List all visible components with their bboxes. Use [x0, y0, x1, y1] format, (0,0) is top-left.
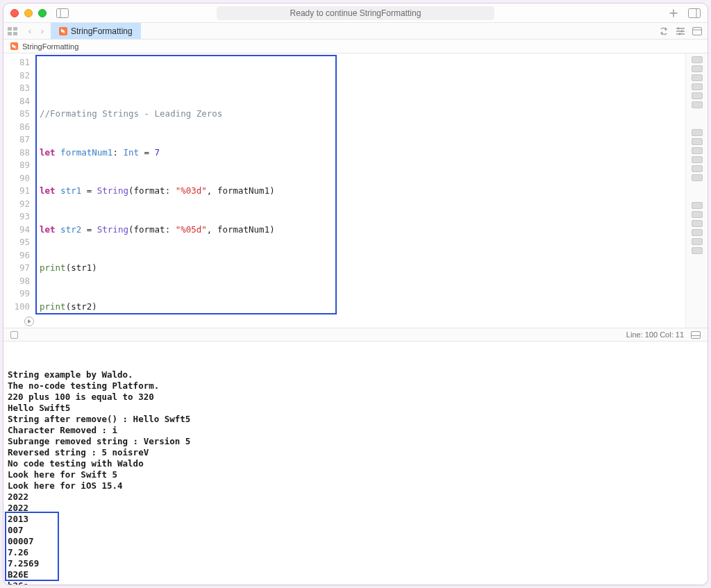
svg-rect-7: [13, 32, 17, 35]
line-number: 96: [3, 249, 30, 262]
zoom-window-button[interactable]: [38, 9, 47, 17]
editor-split-icon[interactable]: [692, 27, 702, 35]
console-line: 00007: [8, 536, 703, 547]
result-marker[interactable]: [692, 156, 703, 163]
result-marker[interactable]: [692, 211, 703, 218]
code-token: //Formating Strings - Leading Zeros: [40, 108, 222, 119]
result-marker[interactable]: [692, 101, 703, 108]
console-line: No code testing with Waldo: [8, 458, 703, 469]
nav-forward-button[interactable]: ›: [37, 26, 48, 36]
result-marker[interactable]: [692, 129, 703, 136]
line-number: 85: [3, 108, 30, 121]
cursor-position-label: Line: 100 Col: 11: [626, 330, 684, 339]
result-marker[interactable]: [692, 138, 703, 145]
line-number: 90: [3, 172, 30, 185]
line-number: 93: [3, 210, 30, 224]
console-line: 2013: [8, 514, 703, 525]
svg-rect-13: [679, 33, 680, 35]
console-line: b26e: [8, 580, 703, 585]
line-number: 82: [3, 69, 30, 83]
line-number: 98: [3, 275, 30, 288]
line-number: 83: [3, 82, 30, 95]
code-body[interactable]: //Formating Strings - Leading Zeros let …: [35, 53, 685, 328]
svg-rect-0: [57, 8, 69, 17]
console-line: The no-code testing Platform.: [8, 380, 703, 392]
console-line: 007: [8, 525, 703, 536]
swift-file-icon: [10, 42, 18, 50]
line-number: 87: [3, 133, 30, 146]
right-sidebar-toggle-icon[interactable]: [688, 8, 701, 18]
line-number: 81: [3, 56, 30, 69]
result-marker[interactable]: [692, 74, 703, 81]
console-line: B26E: [8, 569, 703, 580]
console-line: Hello Swift5: [8, 403, 703, 414]
result-marker[interactable]: [692, 65, 703, 72]
swift-file-icon: [59, 27, 67, 35]
result-marker[interactable]: [692, 238, 703, 245]
tab-label: StringFormatting: [71, 26, 133, 36]
console-line: 220 plus 100 is equal to 320: [8, 392, 703, 403]
tab-stringformatting[interactable]: StringFormatting: [51, 23, 141, 39]
console-line: Look here for Swift 5: [8, 469, 703, 480]
result-marker[interactable]: [692, 147, 703, 154]
result-marker[interactable]: [692, 220, 703, 227]
result-marker[interactable]: [692, 56, 703, 63]
console-line: Character Removed : i: [8, 425, 703, 436]
console-line: String example by Waldo.: [8, 369, 703, 380]
svg-rect-12: [681, 30, 683, 32]
line-number: 94: [3, 224, 30, 237]
result-marker[interactable]: [692, 247, 703, 254]
traffic-lights: [10, 9, 47, 17]
console-line: String after remove() : Hello Swft5: [8, 414, 703, 425]
result-marker[interactable]: [692, 83, 703, 90]
add-icon[interactable]: [669, 8, 678, 18]
line-number: 95: [3, 236, 30, 249]
console-line: 7.26: [8, 547, 703, 558]
result-marker[interactable]: [692, 229, 703, 236]
svg-rect-16: [692, 331, 701, 338]
debug-console[interactable]: String example by Waldo.The no-code test…: [3, 342, 708, 585]
line-number: 92: [3, 198, 30, 211]
debug-area-toggle-icon[interactable]: [691, 331, 701, 339]
nav-back-button[interactable]: ‹: [24, 26, 35, 36]
editor-area: 8182838485868788899091929394959697989910…: [3, 53, 708, 328]
run-line-button[interactable]: [24, 317, 34, 326]
adjust-editor-icon[interactable]: [676, 27, 685, 35]
line-number: 89: [3, 159, 30, 172]
related-items-icon[interactable]: [8, 27, 17, 35]
line-number: 99: [3, 287, 30, 301]
run-status-pill[interactable]: Ready to continue StringFormatting: [217, 6, 494, 20]
code-editor[interactable]: 8182838485868788899091929394959697989910…: [3, 53, 708, 328]
editor-status-bar: Line: 100 Col: 11: [3, 328, 708, 342]
svg-rect-2: [689, 8, 701, 17]
console-line: Subrange removed string : Version 5: [8, 436, 703, 447]
line-number: 88: [3, 146, 30, 160]
console-toggle-icon[interactable]: [10, 331, 18, 339]
svg-rect-14: [693, 27, 702, 35]
result-marker[interactable]: [692, 174, 703, 181]
svg-rect-11: [678, 27, 679, 29]
console-line: 2022: [8, 503, 703, 514]
svg-rect-6: [8, 32, 12, 35]
minimize-window-button[interactable]: [24, 9, 33, 17]
line-number: 97: [3, 262, 30, 275]
line-gutter: 8182838485868788899091929394959697989910…: [3, 53, 35, 328]
line-number: 91: [3, 185, 30, 198]
run-status-text: Ready to continue StringFormatting: [290, 8, 421, 18]
console-line: 2022: [8, 492, 703, 503]
refresh-icon[interactable]: [659, 27, 669, 35]
result-marker[interactable]: [692, 92, 703, 99]
breadcrumb-file: StringFormatting: [22, 42, 78, 51]
breadcrumb[interactable]: StringFormatting: [3, 40, 708, 53]
tab-bar: ‹ › StringFormatting: [3, 23, 708, 40]
line-number: 86: [3, 121, 30, 134]
result-sidebar[interactable]: [685, 53, 708, 328]
result-marker[interactable]: [692, 202, 703, 209]
close-window-button[interactable]: [10, 9, 19, 17]
result-marker[interactable]: [692, 165, 703, 172]
console-line: 7.2569: [8, 558, 703, 569]
console-line: Reversed string : 5 noisreV: [8, 447, 703, 458]
line-number: 100: [3, 301, 30, 314]
console-line: Look here for iOS 15.4: [8, 480, 703, 492]
sidebar-toggle-icon[interactable]: [56, 8, 69, 18]
